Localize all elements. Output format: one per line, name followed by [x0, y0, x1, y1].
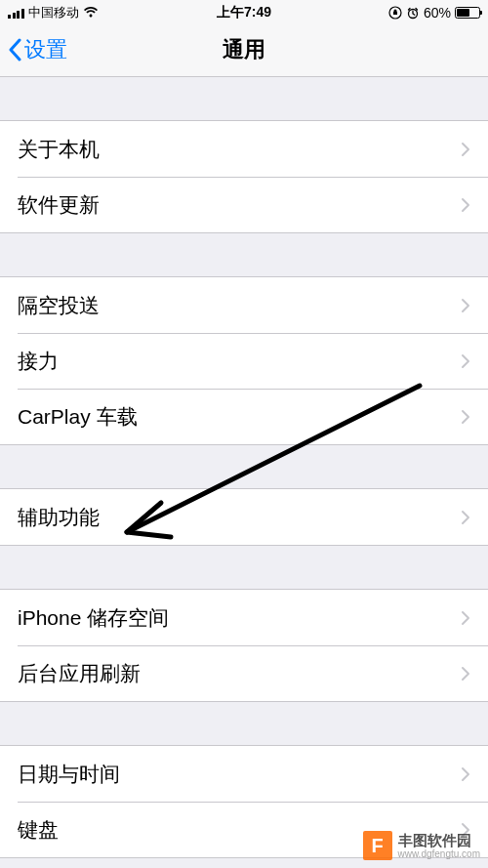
- back-button[interactable]: 设置: [8, 35, 67, 64]
- group-spacer: [0, 233, 488, 276]
- chevron-right-icon: [461, 298, 470, 313]
- group-spacer: [0, 546, 488, 589]
- group-spacer: [0, 445, 488, 488]
- back-label: 设置: [24, 35, 67, 64]
- status-right: 60%: [388, 5, 480, 21]
- carrier-label: 中国移动: [28, 4, 79, 21]
- alarm-icon: [406, 6, 420, 20]
- status-left: 中国移动: [8, 4, 99, 21]
- group-spacer: [0, 702, 488, 745]
- list-item-label: iPhone 储存空间: [18, 604, 461, 632]
- chevron-right-icon: [461, 353, 470, 369]
- watermark-title: 丰图软件园: [398, 832, 481, 848]
- list-item-airdrop[interactable]: 隔空投送: [0, 277, 488, 333]
- list-item-handoff[interactable]: 接力: [0, 333, 488, 389]
- chevron-right-icon: [461, 766, 470, 782]
- group-spacer: [0, 77, 488, 120]
- status-time: 上午7:49: [217, 4, 271, 21]
- chevron-right-icon: [461, 666, 470, 682]
- content: 关于本机 软件更新 隔空投送 接力 CarPlay 车载 辅助功能: [0, 77, 488, 858]
- list-item-label: 日期与时间: [18, 761, 461, 788]
- list-item-label: 辅助功能: [18, 504, 461, 531]
- watermark: F 丰图软件园 www.dgfengtu.com: [363, 831, 481, 860]
- list-group-storage: iPhone 储存空间 后台应用刷新: [0, 589, 488, 702]
- battery-icon: [455, 7, 480, 19]
- list-item-label: 后台应用刷新: [18, 660, 461, 687]
- wifi-icon: [83, 7, 99, 19]
- status-bar: 中国移动 上午7:49 60%: [0, 0, 488, 23]
- list-item-label: CarPlay 车载: [18, 403, 461, 431]
- list-item-carplay[interactable]: CarPlay 车载: [0, 389, 488, 444]
- page-title: 通用: [223, 35, 265, 64]
- nav-bar: 设置 通用: [0, 23, 488, 77]
- watermark-logo: F: [363, 831, 392, 860]
- list-item-iphone-storage[interactable]: iPhone 储存空间: [0, 590, 488, 645]
- list-group-airdrop: 隔空投送 接力 CarPlay 车载: [0, 276, 488, 445]
- orientation-lock-icon: [388, 6, 402, 20]
- chevron-right-icon: [461, 142, 470, 157]
- list-item-software-update[interactable]: 软件更新: [0, 177, 488, 232]
- chevron-right-icon: [461, 610, 470, 626]
- back-chevron-icon: [8, 38, 21, 62]
- list-group-about: 关于本机 软件更新: [0, 120, 488, 233]
- signal-icon: [8, 7, 24, 19]
- list-item-about[interactable]: 关于本机: [0, 121, 488, 177]
- list-item-background-refresh[interactable]: 后台应用刷新: [0, 645, 488, 701]
- list-item-label: 关于本机: [18, 136, 461, 163]
- watermark-url: www.dgfengtu.com: [398, 848, 481, 860]
- list-item-accessibility[interactable]: 辅助功能: [0, 489, 488, 545]
- chevron-right-icon: [461, 409, 470, 425]
- list-item-label: 隔空投送: [18, 292, 461, 319]
- battery-percent: 60%: [424, 5, 451, 21]
- chevron-right-icon: [461, 197, 470, 213]
- list-group-accessibility: 辅助功能: [0, 488, 488, 546]
- list-item-label: 接力: [18, 348, 461, 375]
- list-item-date-time[interactable]: 日期与时间: [0, 746, 488, 802]
- chevron-right-icon: [461, 510, 470, 525]
- list-item-label: 软件更新: [18, 191, 461, 219]
